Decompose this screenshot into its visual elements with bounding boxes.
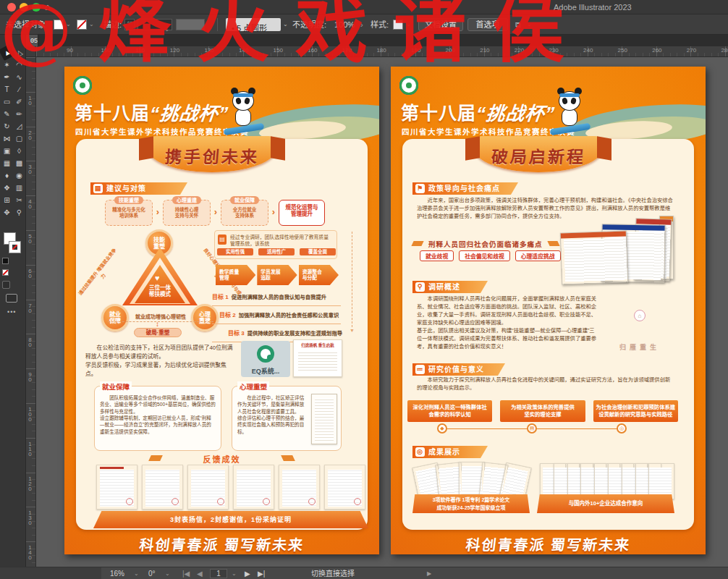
feedback-documents [96,465,365,510]
zoom-level-dropdown[interactable]: 16% [110,567,124,579]
magic-wand-tool[interactable]: ✶ [1,59,13,71]
academy-logo [399,76,418,95]
zoom-tool[interactable]: ⚲ [13,206,25,219]
document-tab[interactable]: ×05.20(1).ai* @ 16 % (CMYK/预览) [26,35,38,46]
flow-step-desc: 精准化与多元化 培训体系 [106,207,152,219]
hand-tool[interactable]: ✥ [1,206,13,219]
line-tool[interactable]: ∕ [13,83,25,96]
ruler-origin-corner[interactable] [26,46,36,57]
fill-dropdown-icon[interactable]: ⌄ [66,14,71,35]
artboard-number-field[interactable]: 1 [210,569,227,578]
dashed-divider [352,232,352,327]
vertical-ruler[interactable]: 0102030405060708090100110120130140 [26,57,36,567]
close-window-button[interactable] [7,3,16,12]
preferences-button[interactable]: 首选项 [467,18,508,31]
shape-builder-tool[interactable]: ▣ [1,145,13,157]
ruler-label: 50 [27,233,33,243]
artboard-tool[interactable]: ⊞ [1,194,13,206]
perspective-grid-tool[interactable]: ◊ [13,145,25,157]
goal-row: 目标 1促进刑满释放人员的自我认知与自我提升 [212,289,341,306]
slice-tool[interactable]: ✂ [13,194,25,206]
value-box: 为社会治理创新和犯罪预防体系建 设贡献新的研究思路与实践路径 [593,400,678,422]
section-header-results: ◎ 成果展示 [412,446,488,458]
width-tool[interactable]: ⋈ [1,132,13,145]
fill-color-swatch[interactable] [54,20,64,30]
ruler-label: 140 [239,47,248,54]
stroke-weight-dropdown[interactable]: ⌄ [137,19,172,30]
document-tab-bar: ×采集到洞见：调研演进之路 .pdf @ 16.67 % (CMYK/预览)×项… [26,35,728,46]
ruler-label: 120 [27,476,33,491]
lasso-tool[interactable]: ◠ [13,59,25,71]
feature-tag: 实用性强 [217,248,253,255]
stroke-weight-stepper[interactable]: ˄˅ [124,19,135,30]
artboard-poster-left[interactable]: 第十八届“挑战杯” 四川省大学生课外学术科技作品竞赛终审决赛 携手创未来 ▤ 建… [64,67,379,554]
document-icon: ▤ [93,184,103,193]
width-profile-dropdown[interactable]: • 5 点圆形 [226,18,281,31]
rotation-dropdown[interactable]: 0° [148,567,156,579]
separator [217,18,218,31]
last-artboard-button[interactable]: ▶| [258,567,265,579]
none-button[interactable] [2,269,9,276]
style-dropdown-icon[interactable]: ⌄ [406,14,411,35]
ruler-label: 140 [27,544,33,559]
stroke-color-swatch[interactable] [77,20,87,30]
gradient-tool[interactable]: ▩ [13,157,25,169]
document-setup-button[interactable]: 文档设置 [418,18,463,31]
chevron-down-icon[interactable]: ⌄ [165,567,170,579]
blend-tool[interactable]: ◉ [13,169,25,182]
rotate-tool[interactable]: ↻ [1,120,13,132]
first-artboard-button[interactable]: |◀ [182,567,190,579]
arrange-panel-icon[interactable]: ⧉ [515,14,521,35]
rectangle-tool[interactable]: ▭ [1,96,13,108]
flow-step: 技能重塑精准化与多元化 培训体系 [105,200,153,226]
free-transform-tool[interactable]: ▢ [13,132,25,145]
mesh-tool[interactable]: ▦ [1,157,13,169]
goal-label: 目标 1 [212,294,229,300]
style-swatch[interactable] [393,20,403,30]
shaper-tool[interactable]: ✏ [13,108,25,120]
titlebar: ⌂ Adobe Illustrator 2023 [0,0,728,14]
triangle-center-label: 三位一体 帮扶模式 [131,284,189,297]
opacity-expand-icon[interactable]: › [360,14,363,35]
swap-fill-stroke-icon[interactable] [2,258,9,264]
chevron-down-icon[interactable]: ⌄ [134,567,139,579]
ruler-label: 60 [27,268,33,278]
horizontal-ruler[interactable]: 9010011012013014015016017018019020021022… [36,46,728,57]
type-tool[interactable]: T [1,83,13,96]
eyedropper-tool[interactable]: ♦ [1,169,13,182]
magnifier-icon: ⚲ [415,282,425,292]
stroke-dropdown-icon[interactable]: ⌄ [89,14,94,35]
chevron-down-icon[interactable]: ⌄ [232,567,237,579]
trophy-icon: ◎ [415,447,425,457]
stroke-swatch[interactable] [9,242,20,253]
home-icon[interactable]: ⌂ [45,1,51,12]
previous-artboard-button[interactable]: ◀ [197,567,203,579]
paintbrush-tool[interactable]: ✐ [13,96,25,108]
draw-behind-button[interactable] [2,281,10,289]
assessment-document-thumbnail [311,394,337,444]
value-box: 为相关政策体系的完善提供 坚实的理论支撑 [500,400,585,422]
column-graph-tool[interactable]: ▥ [13,182,25,194]
pain-point-tag: 社会偏见和歧视 [459,250,510,261]
profile-dropdown-icon[interactable]: ⌄ [283,14,288,35]
edit-toolbar-icon[interactable]: ••• [7,308,16,316]
pencil-tool[interactable]: ✎ [1,108,13,120]
panel-dropdown-icon[interactable]: ⌄ [527,14,532,35]
brush-definition-dropdown[interactable] [176,19,205,30]
artboard-poster-right[interactable]: 第十八届“挑战杯” 四川省大学生课外学术科技作品竞赛终审决赛 破局启新程 ⚑ 政… [391,67,706,554]
curvature-tool[interactable]: ∿ [13,71,25,83]
minimize-window-button[interactable] [20,3,28,12]
employment-box-text: 团队积极拓展企业合作伙伴网络，涵盖制造业、服务业、运输业等多个领域的500+基层… [95,393,221,450]
zoom-window-button[interactable] [32,3,41,12]
screen-mode-button[interactable] [6,294,17,303]
ruler-label: 90 [27,371,33,381]
status-expand-icon[interactable]: ▶ [427,567,431,579]
pen-tool[interactable]: ✒ [1,71,13,83]
scale-tool[interactable]: ◿ [13,120,25,132]
panda-mascot [227,84,267,135]
symbol-sprayer-tool[interactable]: ❖ [1,182,13,194]
canvas[interactable]: 第十八届“挑战杯” 四川省大学生课外学术科技作品竞赛终审决赛 携手创未来 ▤ 建… [36,57,728,567]
next-artboard-button[interactable]: ▶ [245,567,250,579]
opacity-value[interactable]: 100% [334,14,355,35]
employment-box: 》 ▣ 就业保障 团队积极拓展企业合作伙伴网络，涵盖制造业、服务业、运输业等多个… [94,386,221,451]
